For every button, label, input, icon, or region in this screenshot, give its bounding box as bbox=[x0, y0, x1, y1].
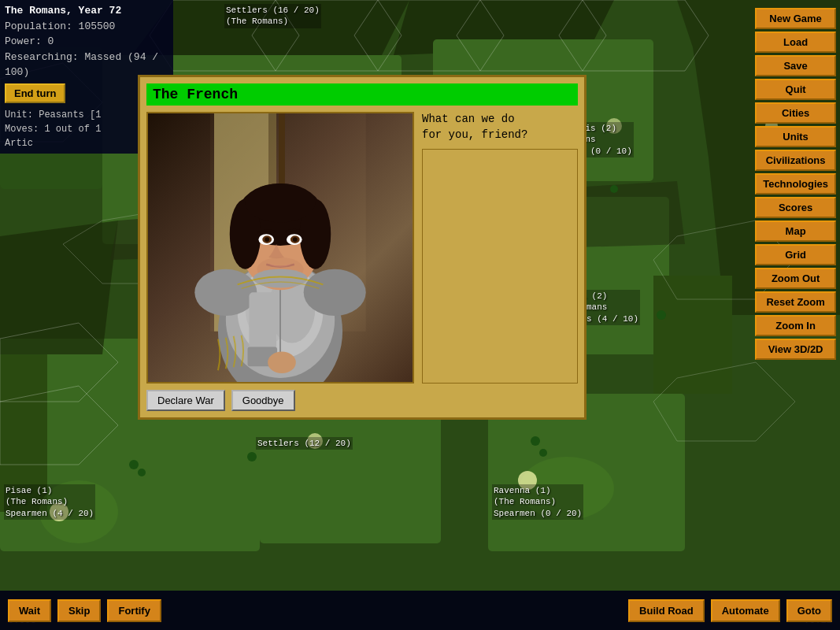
new-game-button[interactable]: New Game bbox=[755, 8, 836, 29]
units-button[interactable]: Units bbox=[755, 126, 836, 147]
scores-button[interactable]: Scores bbox=[755, 197, 836, 218]
quit-button[interactable]: Quit bbox=[755, 79, 836, 100]
save-button[interactable]: Save bbox=[755, 55, 836, 76]
city-label-settlers-top: Settlers (16 / 20) (The Romans) bbox=[224, 4, 321, 28]
technologies-button[interactable]: Technologies bbox=[755, 173, 836, 195]
city-label-pisae: Pisae (1) (The Romans) Spearmen (4 / 20) bbox=[4, 484, 95, 520]
dialog-response-area bbox=[422, 149, 578, 384]
skip-button[interactable]: Skip bbox=[57, 599, 101, 622]
svg-point-57 bbox=[194, 269, 257, 316]
leader-portrait bbox=[146, 112, 414, 384]
svg-point-44 bbox=[657, 310, 666, 320]
cities-button[interactable]: Cities bbox=[755, 102, 836, 124]
svg-rect-73 bbox=[249, 292, 276, 354]
view-3d-2d-button[interactable]: View 3D/2D bbox=[755, 339, 836, 360]
svg-point-39 bbox=[138, 469, 146, 476]
svg-point-38 bbox=[129, 460, 139, 469]
dialog-buttons: Declare War Goodbye bbox=[146, 390, 578, 411]
svg-point-70 bbox=[293, 237, 298, 242]
svg-point-40 bbox=[247, 452, 257, 461]
population-info: Population: 105500 bbox=[5, 19, 168, 35]
dialog-content: What can we dofor you, friend? bbox=[146, 112, 578, 384]
svg-marker-10 bbox=[0, 220, 118, 354]
goodbye-button[interactable]: Goodbye bbox=[231, 390, 295, 411]
zoom-in-button[interactable]: Zoom In bbox=[755, 315, 836, 336]
bottom-toolbar: Wait Skip Fortify Build Road Automate Go… bbox=[0, 591, 840, 630]
right-sidebar: New Game Load Save Quit Cities Units Civ… bbox=[755, 8, 836, 360]
svg-point-58 bbox=[304, 269, 366, 316]
diplomacy-dialog: The French bbox=[138, 75, 587, 420]
reset-zoom-button[interactable]: Reset Zoom bbox=[755, 291, 836, 313]
svg-point-64 bbox=[246, 183, 316, 222]
civilizations-button[interactable]: Civilizations bbox=[755, 150, 836, 171]
city-label-ravenna: Ravenna (1) (The Romans) Spearmen (0 / 2… bbox=[492, 484, 583, 520]
grid-button[interactable]: Grid bbox=[755, 244, 836, 265]
svg-point-41 bbox=[531, 436, 540, 446]
svg-point-43 bbox=[610, 185, 618, 193]
svg-point-75 bbox=[268, 351, 296, 373]
power-info: Power: 0 bbox=[5, 34, 168, 50]
dialog-text-area: What can we dofor you, friend? bbox=[422, 112, 578, 384]
game-title-info: The Romans, Year 72 bbox=[5, 3, 168, 19]
wait-button[interactable]: Wait bbox=[8, 599, 51, 622]
load-button[interactable]: Load bbox=[755, 32, 836, 53]
automate-button[interactable]: Automate bbox=[711, 599, 780, 622]
svg-rect-9 bbox=[260, 402, 441, 543]
svg-point-42 bbox=[539, 449, 547, 457]
zoom-out-button[interactable]: Zoom Out bbox=[755, 268, 836, 289]
fortify-button[interactable]: Fortify bbox=[107, 599, 161, 622]
end-turn-button[interactable]: End turn bbox=[5, 83, 65, 103]
svg-rect-15 bbox=[653, 276, 732, 394]
dialog-title-bar: The French bbox=[146, 83, 578, 106]
map-button[interactable]: Map bbox=[755, 220, 836, 242]
svg-point-69 bbox=[265, 237, 269, 242]
build-road-button[interactable]: Build Road bbox=[628, 599, 705, 622]
dialog-title: The French bbox=[153, 87, 238, 102]
goto-button[interactable]: Goto bbox=[786, 599, 832, 622]
declare-war-button[interactable]: Declare War bbox=[146, 390, 225, 411]
dialog-message: What can we dofor you, friend? bbox=[422, 112, 578, 143]
city-label-settlers: Settlers (12 / 20) bbox=[256, 437, 353, 450]
portrait-svg bbox=[148, 113, 413, 382]
